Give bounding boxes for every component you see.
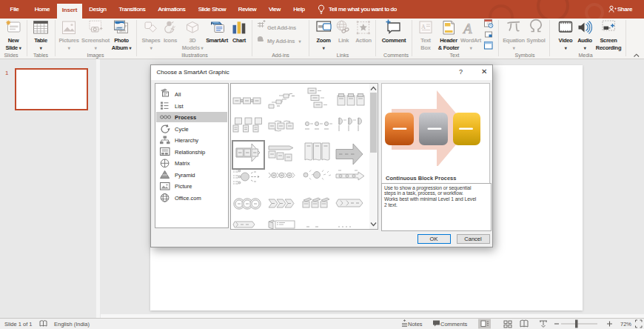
svg-text:A: A: [462, 21, 472, 36]
svg-text:A: A: [421, 24, 426, 30]
